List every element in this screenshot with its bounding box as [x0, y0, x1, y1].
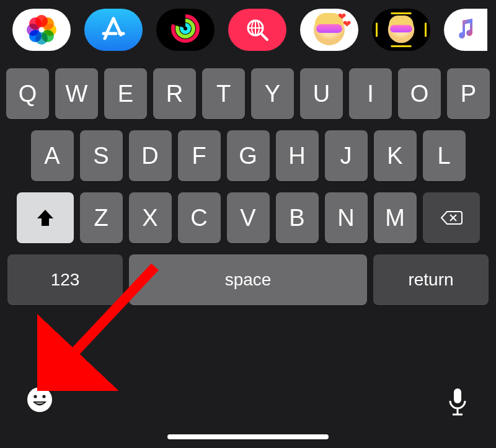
- svg-rect-19: [454, 388, 461, 403]
- home-indicator[interactable]: [167, 434, 329, 439]
- key-w[interactable]: W: [55, 68, 98, 119]
- app-store-icon[interactable]: [84, 9, 143, 51]
- key-j[interactable]: J: [325, 130, 368, 181]
- key-t[interactable]: T: [202, 68, 245, 119]
- imessage-app-strip: ❤❤: [0, 0, 496, 61]
- space-key[interactable]: space: [129, 254, 367, 305]
- music-note-icon: [453, 16, 479, 44]
- memoji-avatar-icon: ❤❤: [314, 14, 345, 45]
- svg-line-12: [261, 34, 267, 40]
- key-f[interactable]: F: [178, 130, 221, 181]
- music-app-icon[interactable]: [444, 9, 487, 51]
- key-r[interactable]: R: [153, 68, 196, 119]
- numbers-key[interactable]: 123: [7, 254, 123, 305]
- key-i[interactable]: I: [349, 68, 392, 119]
- return-key[interactable]: return: [373, 254, 489, 305]
- key-u[interactable]: U: [300, 68, 343, 119]
- key-h[interactable]: H: [276, 130, 319, 181]
- key-b[interactable]: B: [276, 192, 319, 243]
- key-g[interactable]: G: [227, 130, 270, 181]
- svg-point-17: [42, 395, 45, 398]
- shift-arrow-icon: [35, 207, 56, 228]
- svg-point-15: [27, 387, 52, 412]
- keyboard-row-3: Z X C V B N M: [6, 192, 490, 243]
- fitness-app-icon[interactable]: [156, 9, 215, 51]
- backspace-icon: [439, 205, 464, 230]
- emoji-smile-icon: [26, 386, 53, 413]
- find-app-icon[interactable]: [228, 9, 286, 51]
- keyboard-bottom-row: 123 space return: [6, 254, 490, 305]
- key-e[interactable]: E: [104, 68, 147, 119]
- key-a[interactable]: A: [31, 130, 74, 181]
- photos-app-icon[interactable]: [12, 9, 71, 51]
- key-d[interactable]: D: [129, 130, 172, 181]
- key-m[interactable]: M: [374, 192, 417, 243]
- key-c[interactable]: C: [178, 192, 221, 243]
- backspace-key[interactable]: [423, 192, 480, 243]
- svg-point-6: [177, 20, 193, 37]
- activity-rings-icon: [170, 14, 200, 46]
- photos-flower-icon: [27, 16, 56, 44]
- key-y[interactable]: Y: [251, 68, 294, 119]
- ios-keyboard: Q W E R T Y U I O P A S D F G H J K L Z …: [0, 61, 496, 305]
- key-o[interactable]: O: [398, 68, 441, 119]
- keyboard-row-2: A S D F G H J K L: [6, 130, 490, 181]
- memoji-hearts-icon[interactable]: ❤❤: [300, 9, 358, 51]
- scan-frame-icon: [376, 12, 427, 47]
- search-globe-icon: [245, 17, 270, 42]
- dictation-button[interactable]: [445, 386, 470, 417]
- keyboard-footer: [0, 375, 496, 448]
- key-q[interactable]: Q: [6, 68, 49, 119]
- keyboard-row-1: Q W E R T Y U I O P: [6, 68, 490, 119]
- key-x[interactable]: X: [129, 192, 172, 243]
- key-l[interactable]: L: [423, 130, 466, 181]
- key-n[interactable]: N: [325, 192, 368, 243]
- microphone-icon: [445, 386, 470, 417]
- key-k[interactable]: K: [374, 130, 417, 181]
- svg-point-16: [33, 395, 37, 398]
- memoji-scan-icon[interactable]: [372, 9, 430, 51]
- app-store-a-icon: [100, 15, 127, 45]
- key-p[interactable]: P: [447, 68, 490, 119]
- emoji-keyboard-button[interactable]: [26, 386, 53, 413]
- svg-point-7: [182, 25, 189, 32]
- key-s[interactable]: S: [80, 130, 123, 181]
- key-z[interactable]: Z: [80, 192, 123, 243]
- svg-line-4: [105, 36, 106, 38]
- shift-key[interactable]: [17, 192, 74, 243]
- key-v[interactable]: V: [227, 192, 270, 243]
